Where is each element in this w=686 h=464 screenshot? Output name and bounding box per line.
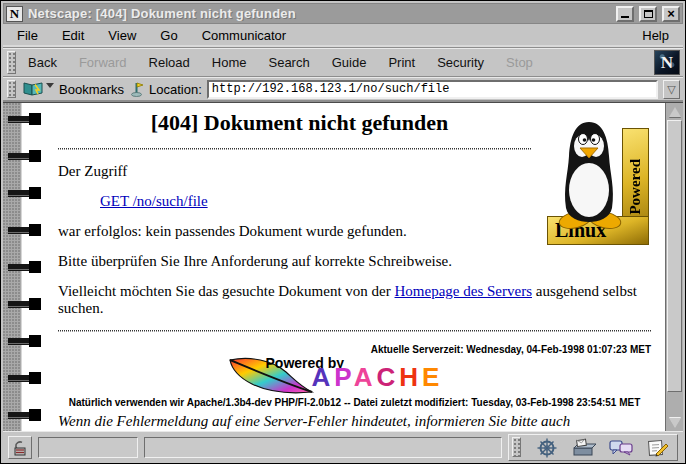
locationbar-grip-handle[interactable] bbox=[7, 80, 16, 98]
navigation-toolbar: Back Forward Reload Home Search Guide Pr… bbox=[3, 48, 683, 77]
apache-wordmark: APACHE bbox=[312, 364, 444, 390]
location-icon[interactable] bbox=[129, 81, 144, 97]
status-progress-panel bbox=[38, 437, 138, 458]
menu-communicator[interactable]: Communicator bbox=[202, 28, 287, 43]
suggestion-text: Vielleicht möchten Sie das gesuchte Doku… bbox=[58, 283, 651, 317]
chevron-down-icon: ▽ bbox=[667, 83, 675, 96]
horizontal-rule-bottom bbox=[58, 330, 651, 332]
close-icon: × bbox=[667, 9, 675, 19]
vertical-scrollbar[interactable] bbox=[665, 103, 683, 431]
url-input[interactable] bbox=[207, 80, 658, 99]
webmaster-note: Wenn die Fehlermeldung auf eine Server-F… bbox=[58, 412, 651, 431]
component-bar bbox=[508, 434, 678, 461]
window-title: Netscape: [404] Dokument nicht gefunden bbox=[28, 6, 611, 21]
status-bar bbox=[3, 431, 683, 463]
bookmarks-label[interactable]: Bookmarks bbox=[59, 82, 124, 97]
menu-go[interactable]: Go bbox=[160, 28, 177, 43]
netscape-window: N Netscape: [404] Dokument nicht gefunde… bbox=[0, 0, 686, 464]
menu-help[interactable]: Help bbox=[642, 28, 669, 43]
mailbox-icon[interactable] bbox=[572, 438, 596, 458]
bookmark-icon bbox=[22, 81, 44, 97]
maximize-button[interactable] bbox=[639, 6, 657, 22]
netscape-app-icon: N bbox=[6, 6, 23, 22]
powered-by-apache-logo: Powered by APACHE bbox=[220, 357, 490, 395]
tux-penguin-icon bbox=[551, 116, 627, 232]
arrow-down-icon bbox=[669, 418, 681, 428]
discussions-icon[interactable] bbox=[609, 438, 633, 458]
menu-bar: File Edit View Go Communicator Help bbox=[3, 24, 683, 48]
linux-powered-logo: Powered Linux bbox=[547, 116, 649, 245]
document-page: Powered Linux [404] Dokument n bbox=[3, 103, 665, 431]
scroll-down-button[interactable] bbox=[666, 414, 683, 431]
composer-icon[interactable] bbox=[646, 438, 670, 458]
guide-button[interactable]: Guide bbox=[321, 51, 378, 74]
navigator-wheel-icon[interactable] bbox=[535, 438, 559, 458]
request-link[interactable]: GET /no/such/file bbox=[100, 193, 208, 209]
url-history-dropdown[interactable]: ▽ bbox=[663, 80, 680, 99]
page-title: [404] Dokument nicht gefunden bbox=[58, 110, 541, 136]
horizontal-rule-top bbox=[58, 148, 531, 150]
browser-viewport: Powered Linux [404] Dokument n bbox=[3, 102, 683, 431]
component-bar-grip[interactable] bbox=[512, 437, 521, 457]
back-button[interactable]: Back bbox=[17, 51, 68, 74]
reload-button[interactable]: Reload bbox=[138, 51, 201, 74]
search-button[interactable]: Search bbox=[257, 51, 320, 74]
location-bar: Bookmarks Location: ▽ bbox=[3, 77, 683, 102]
title-bar[interactable]: N Netscape: [404] Dokument nicht gefunde… bbox=[3, 3, 683, 24]
arrow-up-icon bbox=[669, 107, 681, 117]
toolbar-grip-handle[interactable] bbox=[7, 51, 16, 74]
maximize-icon bbox=[644, 10, 653, 18]
server-version-text: Natürlich verwenden wir Apache/1.3b4-dev… bbox=[58, 397, 651, 408]
security-button[interactable]: Security bbox=[426, 51, 495, 74]
print-button[interactable]: Print bbox=[377, 51, 426, 74]
scrollbar-thumb[interactable] bbox=[667, 120, 682, 392]
location-label: Location: bbox=[149, 82, 202, 97]
open-padlock-icon bbox=[12, 440, 28, 456]
server-time-text: Aktuelle Serverzeit: Wednesday, 04-Feb-1… bbox=[58, 344, 651, 355]
menu-edit[interactable]: Edit bbox=[62, 28, 84, 43]
security-indicator[interactable] bbox=[8, 436, 32, 459]
bookmarks-dropdown-icon bbox=[46, 83, 54, 88]
minimize-button[interactable] bbox=[616, 6, 634, 22]
homepage-link[interactable]: Homepage des Servers bbox=[395, 283, 532, 299]
check-text: Bitte überprüfen Sie Ihre Anforderung au… bbox=[58, 253, 651, 270]
menu-view[interactable]: View bbox=[108, 28, 136, 43]
bookmarks-button[interactable] bbox=[22, 81, 54, 97]
netscape-logo-icon[interactable]: N bbox=[654, 50, 680, 75]
stop-button[interactable]: Stop bbox=[495, 51, 544, 74]
scroll-up-button[interactable] bbox=[666, 103, 683, 120]
menu-file[interactable]: File bbox=[17, 28, 38, 43]
minimize-icon bbox=[621, 16, 629, 18]
forward-button[interactable]: Forward bbox=[68, 51, 138, 74]
close-button[interactable]: × bbox=[662, 6, 680, 22]
home-button[interactable]: Home bbox=[201, 51, 258, 74]
status-message-panel bbox=[144, 437, 502, 458]
notebook-rings-decoration bbox=[8, 103, 41, 431]
linux-logo-powered-label: Powered bbox=[627, 159, 644, 215]
